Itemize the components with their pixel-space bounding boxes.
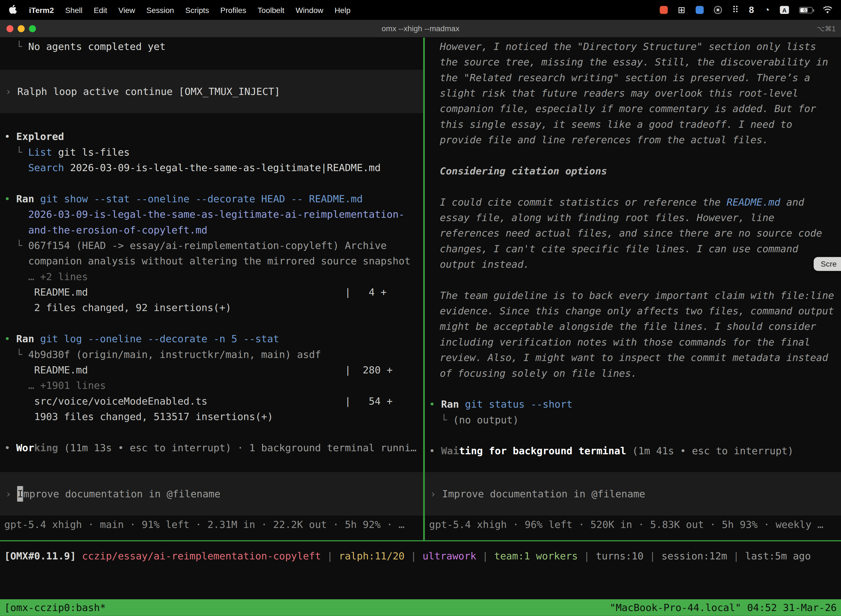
left-scrollback: └ No agents completed yet › Ralph loop a… [0, 38, 423, 455]
wifi-icon[interactable] [823, 6, 832, 13]
menu-shell[interactable]: Shell [65, 6, 82, 14]
terminal-line: 2 files changed, 92 insertions(+) [0, 300, 423, 315]
input-text: Improve documentation in @filename [442, 486, 645, 502]
terminal-line: • Working (11m 13s • esc to interrupt) ·… [0, 440, 423, 455]
terminal-line: … +1901 lines [0, 378, 423, 393]
menu-scripts[interactable]: Scripts [185, 6, 209, 14]
tmux-host-clock: "MacBook-Pro-44.local" 04:52 31-Mar-26 [610, 600, 837, 615]
right-status-line: gpt-5.4 xhigh · 96% left · 520K in · 5.8… [425, 517, 841, 532]
terminal-empty-space [0, 564, 841, 599]
left-input-box[interactable]: › Improve documentation in @filename [0, 472, 423, 516]
minimize-button[interactable] [18, 25, 25, 32]
apple-icon [9, 5, 16, 15]
apps-grid-icon[interactable]: ⠿ [732, 4, 738, 16]
terminal-line: README.md | 280 + [0, 362, 423, 378]
battery-percent: 61 [800, 7, 812, 12]
disc-dot [716, 9, 719, 11]
apple-menu[interactable] [9, 5, 16, 15]
terminal-line: README.md | 4 + [0, 284, 423, 300]
window-grid-icon[interactable]: ⊞ [678, 4, 686, 16]
ralph-inject-box[interactable]: › Ralph loop active continue [OMX_TMUX_I… [0, 70, 423, 113]
terminal-line: 2026-03-09-is-legal-the-same-as-legitima… [0, 207, 423, 222]
terminal-line: └ 067f154 (HEAD -> essay/ai-reimplementa… [0, 238, 423, 253]
right-command-lines: • Ran git status --short └ (no output) •… [425, 397, 841, 459]
right-input-box[interactable]: › Improve documentation in @filename [425, 472, 841, 516]
blue-app-icon[interactable] [696, 6, 703, 14]
terminal-line: • Waiting for background terminal (1m 41… [425, 443, 841, 459]
battery-icon[interactable]: 61 [799, 7, 813, 13]
menu-view[interactable]: View [119, 6, 135, 14]
window-shortcut: ⌥⌘1 [817, 24, 841, 32]
terminal-line: src/voice/voiceModeEnabled.ts | 54 + [0, 393, 423, 409]
terminal-line: Search 2026-03-09-is-legal-the-same-as-l… [0, 160, 423, 175]
tmux-status-bar: [omx-cczip0:bash* "MacBook-Pro-44.local"… [0, 599, 841, 616]
menu-profiles[interactable]: Profiles [220, 6, 246, 14]
terminal-line: and-the-erosion-of-copyleft.md [0, 222, 423, 238]
menu-status-icons: ⊞ ⠿ 8 ◔ A 61 [659, 4, 832, 16]
screen-recording-icon[interactable] [659, 6, 667, 14]
terminal-line: • Ran git log --oneline --decorate -n 5 … [0, 331, 423, 346]
menu-help[interactable]: Help [335, 6, 351, 14]
window-title: omx --xhigh --madmax [0, 24, 841, 32]
input-source-icon[interactable]: A [780, 6, 789, 14]
blank-line [0, 424, 423, 440]
blank-line [0, 315, 423, 331]
blank-line [0, 176, 423, 191]
traffic-lights [0, 25, 36, 32]
reasoning-heading: Considering citation options [440, 163, 836, 179]
menu-edit[interactable]: Edit [94, 6, 107, 14]
text-cursor: I [18, 486, 23, 502]
prompt-icon: › [430, 486, 442, 502]
menu-toolbelt[interactable]: Toolbelt [258, 6, 284, 14]
terminal-line: companion analysis without altering the … [0, 253, 423, 269]
reasoning-paragraph: However, I noticed the "Directory Struct… [440, 39, 836, 148]
screen-sharing-overlay[interactable]: Scre [814, 257, 841, 271]
disc-app-icon[interactable] [714, 6, 722, 14]
reasoning-paragraph: The team guideline is to back every impo… [440, 287, 836, 381]
terminal-line: └ (no output) [425, 412, 841, 427]
terminal-line: • Ran git status --short [425, 397, 841, 412]
right-pane[interactable]: However, I noticed the "Directory Struct… [425, 38, 841, 540]
terminal: └ No agents completed yet › Ralph loop a… [0, 38, 841, 616]
left-pane[interactable]: └ No agents completed yet › Ralph loop a… [0, 38, 423, 540]
terminal-line: └ No agents completed yet [0, 39, 423, 54]
menu-iterm2[interactable]: iTerm2 [29, 6, 54, 14]
terminal-line: └ List git ls-files [0, 144, 423, 160]
omx-status-line: [OMX#0.11.9] cczip/essay/ai-reimplementa… [0, 549, 841, 564]
gauge-icon[interactable]: ◔ [764, 5, 770, 15]
terminal-line: • Explored [0, 129, 423, 144]
terminal-line: • Ran git show --stat --oneline --decora… [0, 191, 423, 207]
menu-session[interactable]: Session [147, 6, 174, 14]
blank-line [0, 113, 423, 129]
terminal-line: └ 4b9d30f (origin/main, instructkr/main,… [0, 347, 423, 362]
keyboard-app-icon[interactable]: 8 [749, 5, 754, 15]
prompt-icon: › [5, 486, 17, 502]
menu-items: iTerm2 Shell Edit View Session Scripts P… [9, 5, 350, 15]
reasoning-paragraph: I could cite commit statistics or refere… [440, 194, 836, 272]
zoom-button[interactable] [29, 25, 36, 32]
menu-window[interactable]: Window [296, 6, 323, 14]
readme-link: README.md [727, 196, 780, 208]
input-text: mprove documentation in @filename [23, 486, 220, 502]
reasoning-text: I could cite commit statistics or refere… [440, 196, 727, 208]
right-scrollback: However, I noticed the "Directory Struct… [425, 38, 841, 459]
blank-line [0, 54, 423, 70]
screen: iTerm2 Shell Edit View Session Scripts P… [0, 0, 841, 616]
tmux-session-label: [omx-cczip0:bash* [4, 600, 106, 615]
omx-status-row: [OMX#0.11.9] cczip/essay/ai-reimplementa… [0, 541, 841, 564]
left-status-line: gpt-5.4 xhigh · main · 91% left · 2.31M … [0, 517, 423, 532]
macos-menu-bar: iTerm2 Shell Edit View Session Scripts P… [0, 0, 841, 20]
terminal-line: 1903 files changed, 513517 insertions(+) [0, 409, 423, 424]
window-title-bar: omx --xhigh --madmax ⌥⌘1 [0, 20, 841, 38]
close-button[interactable] [6, 25, 13, 32]
blank-line [425, 427, 841, 443]
tmux-panes: └ No agents completed yet › Ralph loop a… [0, 38, 841, 540]
terminal-line: … +2 lines [0, 269, 423, 284]
